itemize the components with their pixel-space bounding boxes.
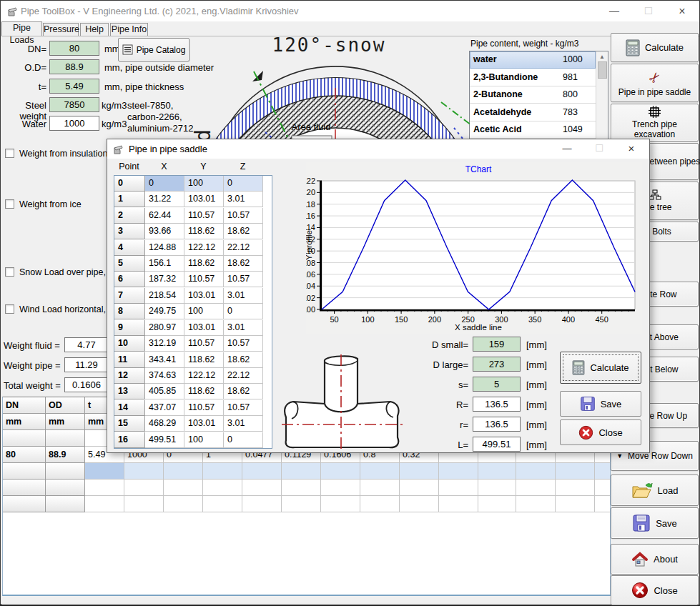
grid-cell[interactable]: 187.32	[145, 272, 184, 287]
od-field[interactable]: 88.9	[49, 59, 99, 74]
insulation-checkbox[interactable]	[5, 149, 14, 158]
snow-checkbox[interactable]	[5, 267, 14, 277]
grid-row-header[interactable]: 2	[114, 208, 145, 224]
table-cell[interactable]	[400, 496, 439, 512]
grid-cell[interactable]: 18.62	[224, 256, 263, 272]
scroll-thumb[interactable]	[598, 61, 607, 79]
table-cell[interactable]	[439, 496, 478, 512]
table-cell[interactable]	[124, 463, 164, 480]
grid-row-header[interactable]: 13	[114, 384, 145, 399]
table-cell[interactable]	[282, 463, 321, 480]
table-cell[interactable]	[242, 463, 282, 480]
table-cell[interactable]	[516, 496, 556, 512]
tab-help[interactable]: Help	[80, 23, 109, 36]
table-cell[interactable]: mm	[3, 414, 46, 430]
table-cell[interactable]	[242, 496, 282, 512]
table-cell[interactable]: OD	[46, 397, 85, 414]
table-cell[interactable]	[439, 463, 478, 480]
pipe-in-pipe-saddle-button[interactable]: ✂ Pipe in pipe saddle	[611, 64, 699, 102]
table-cell[interactable]	[478, 463, 516, 480]
grid-cell[interactable]: 10.57	[224, 336, 263, 352]
table-cell[interactable]	[556, 480, 595, 496]
table-cell[interactable]	[282, 496, 321, 512]
grid-cell[interactable]: 218.54	[145, 288, 184, 304]
grid-row-header[interactable]: 6	[114, 272, 145, 287]
grid-cell[interactable]: 103.01	[184, 416, 224, 432]
water-field[interactable]: 1000	[49, 116, 99, 131]
grid-cell[interactable]: 343.41	[145, 352, 184, 368]
grid-cell[interactable]: 18.62	[224, 352, 263, 368]
grid-cell[interactable]: 118.62	[184, 256, 224, 272]
grid-cell[interactable]: 31.22	[145, 192, 184, 207]
grid-cell[interactable]: 280.97	[145, 320, 184, 336]
table-cell[interactable]	[3, 496, 46, 512]
grid-cell[interactable]: 249.75	[145, 304, 184, 319]
grid-cell[interactable]: 468.29	[145, 416, 184, 432]
content-list-item[interactable]: Acetic Acid1049	[470, 121, 596, 139]
dn-field[interactable]: 80	[49, 41, 99, 56]
table-cell[interactable]	[3, 430, 46, 447]
saddle-field-value[interactable]: 499.51	[473, 437, 521, 452]
grid-cell[interactable]: 3.01	[224, 416, 263, 432]
table-cell[interactable]	[321, 496, 360, 512]
grid-cell[interactable]: 100	[184, 432, 224, 448]
grid-cell[interactable]: 62.44	[145, 208, 184, 224]
saddle-field-value[interactable]: 159	[473, 337, 521, 352]
table-cell[interactable]	[556, 496, 595, 512]
content-list-item[interactable]: Acetaldehyde783	[470, 104, 596, 121]
table-cell[interactable]	[3, 480, 46, 496]
grid-row-header[interactable]: 12	[114, 368, 145, 384]
grid-cell[interactable]: 122.12	[184, 240, 224, 256]
grid-cell[interactable]: 118.62	[184, 384, 224, 399]
grid-cell[interactable]: 0	[224, 432, 263, 448]
grid-cell[interactable]: 103.01	[184, 192, 224, 207]
grid-cell[interactable]: 18.62	[224, 384, 263, 399]
table-cell[interactable]	[478, 496, 516, 512]
calculate-button[interactable]: Calculate	[611, 33, 699, 62]
table-cell[interactable]	[164, 463, 203, 480]
dialog-maximize-button[interactable]: ☐	[590, 141, 608, 157]
grid-row-header[interactable]: 0	[114, 176, 145, 192]
grid-cell[interactable]: 100	[184, 176, 224, 192]
table-cell[interactable]	[3, 463, 46, 480]
table-cell[interactable]	[321, 463, 360, 480]
grid-cell[interactable]: 18.62	[224, 224, 263, 239]
grid-cell[interactable]: 124.88	[145, 240, 184, 256]
save-button[interactable]: Save	[611, 507, 699, 539]
table-cell[interactable]	[124, 496, 164, 512]
saddle-field-value[interactable]: 136.5	[473, 397, 521, 412]
saddle-field-value[interactable]: 136.5	[473, 417, 521, 432]
grid-cell[interactable]: 93.66	[145, 224, 184, 239]
grid-row-header[interactable]: 16	[114, 432, 145, 448]
table-cell[interactable]	[203, 463, 242, 480]
content-list-scrollbar[interactable]: ▲	[596, 51, 608, 141]
table-cell[interactable]	[85, 463, 124, 480]
dialog-save-button[interactable]: Save	[560, 391, 641, 417]
table-cell[interactable]	[203, 496, 242, 512]
ice-checkbox[interactable]	[5, 199, 14, 209]
dialog-calculate-button[interactable]: Calculate	[560, 352, 641, 384]
about-button[interactable]: About	[611, 544, 699, 575]
table-cell[interactable]	[282, 480, 321, 496]
steel-weight-field[interactable]: 7850	[49, 97, 99, 112]
grid-cell[interactable]: 3.01	[224, 192, 263, 207]
minimize-button[interactable]: —	[603, 3, 625, 19]
grid-cell[interactable]: 437.07	[145, 400, 184, 416]
table-cell[interactable]: 80	[3, 447, 46, 463]
table-cell[interactable]: DN	[3, 397, 46, 414]
grid-cell[interactable]: 10.57	[224, 400, 263, 416]
grid-row-header[interactable]: 9	[114, 320, 145, 336]
grid-cell[interactable]: 374.63	[145, 368, 184, 384]
table-cell[interactable]	[242, 480, 282, 496]
grid-cell[interactable]: 405.85	[145, 384, 184, 399]
grid-cell[interactable]: 3.01	[224, 320, 263, 336]
table-cell[interactable]	[360, 480, 400, 496]
table-cell[interactable]	[85, 496, 124, 512]
trench-pipe-excavation-button[interactable]: Trench pipe excavation	[611, 104, 699, 141]
table-cell[interactable]	[439, 480, 478, 496]
grid-cell[interactable]: 100	[184, 304, 224, 319]
grid-row-header[interactable]: 14	[114, 400, 145, 416]
grid-cell[interactable]: 22.12	[224, 240, 263, 256]
table-cell[interactable]: 88.9	[46, 447, 85, 463]
table-cell[interactable]	[360, 463, 400, 480]
